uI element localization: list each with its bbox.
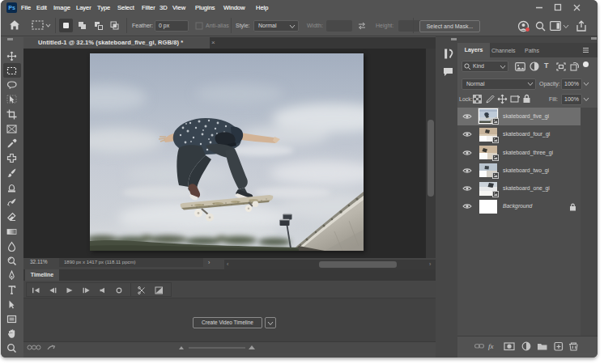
svg-text:fx: fx <box>488 342 494 350</box>
